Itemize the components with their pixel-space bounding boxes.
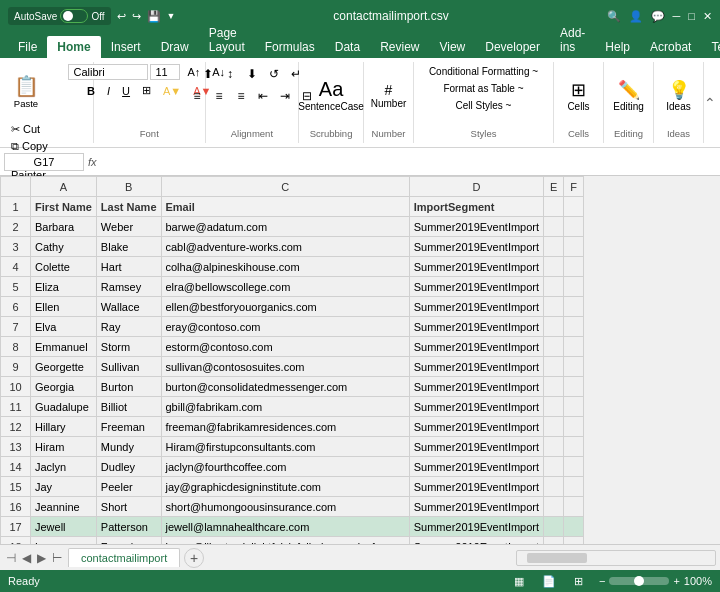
cell-10-a[interactable]: Georgia [31,377,97,397]
tab-addins[interactable]: Add-ins [550,22,595,58]
cell-17-b[interactable]: Patterson [96,517,161,537]
share-icon[interactable]: 👤 [629,10,643,23]
sheet-area[interactable]: A B C D E F 1 First Name Last Name Email… [0,176,720,544]
col-header-c[interactable]: C [161,177,409,197]
cell-6-e[interactable] [544,297,564,317]
cell-4-f[interactable] [564,257,584,277]
cell-16-c[interactable]: short@humongoousinsurance.com [161,497,409,517]
cell-1-f[interactable] [564,197,584,217]
undo-icon[interactable]: ↩ [117,10,126,23]
cell-8-d[interactable]: Summer2019EventImport [409,337,543,357]
cell-11-a[interactable]: Guadalupe [31,397,97,417]
cell-1-d[interactable]: ImportSegment [409,197,543,217]
cell-2-f[interactable] [564,217,584,237]
cell-14-b[interactable]: Dudley [96,457,161,477]
page-layout-view-button[interactable]: 📄 [539,571,559,591]
font-name-input[interactable] [68,64,148,80]
quick-access-more[interactable]: ▼ [167,11,176,21]
cell-11-f[interactable] [564,397,584,417]
cell-9-c[interactable]: sullivan@contososuites.com [161,357,409,377]
cell-15-f[interactable] [564,477,584,497]
cell-15-c[interactable]: jay@graphicdesigninstitute.com [161,477,409,497]
cell-4-d[interactable]: Summer2019EventImport [409,257,543,277]
align-right-button[interactable]: ≡ [231,86,251,106]
underline-button[interactable]: U [117,83,135,99]
cell-1-a[interactable]: First Name [31,197,97,217]
bold-button[interactable]: B [82,83,100,99]
cell-12-d[interactable]: Summer2019EventImport [409,417,543,437]
fill-color-button[interactable]: A▼ [158,83,186,99]
cell-6-b[interactable]: Wallace [96,297,161,317]
cell-12-c[interactable]: freeman@fabrikamresidences.com [161,417,409,437]
cell-5-c[interactable]: elra@bellowscollege.com [161,277,409,297]
cell-13-c[interactable]: Hiram@firstupconsultants.com [161,437,409,457]
cell-16-e[interactable] [544,497,564,517]
cell-12-e[interactable] [544,417,564,437]
cell-14-d[interactable]: Summer2019EventImport [409,457,543,477]
cell-17-c[interactable]: jewell@lamnahealthcare.com [161,517,409,537]
cell-14-e[interactable] [544,457,564,477]
cell-16-f[interactable] [564,497,584,517]
cell-13-e[interactable] [544,437,564,457]
cell-8-a[interactable]: Emmanuel [31,337,97,357]
cell-11-e[interactable] [544,397,564,417]
cell-6-d[interactable]: Summer2019EventImport [409,297,543,317]
cell-11-b[interactable]: Billiot [96,397,161,417]
cell-17-a[interactable]: Jewell [31,517,97,537]
cell-4-c[interactable]: colha@alpineskihouse.com [161,257,409,277]
maximize-button[interactable]: □ [688,10,695,22]
tab-next-button[interactable]: ▶ [35,549,48,567]
cell-10-c[interactable]: burton@consolidatedmessenger.com [161,377,409,397]
cell-15-a[interactable]: Jay [31,477,97,497]
formula-input[interactable] [101,154,716,170]
minimize-button[interactable]: ─ [673,10,681,22]
decrease-indent-button[interactable]: ⇤ [253,86,273,106]
cell-17-d[interactable]: Summer2019EventImport [409,517,543,537]
cell-13-d[interactable]: Summer2019EventImport [409,437,543,457]
cells-button[interactable]: ⊞ Cells [561,67,597,123]
cell-10-b[interactable]: Burton [96,377,161,397]
col-header-b[interactable]: B [96,177,161,197]
cell-16-d[interactable]: Summer2019EventImport [409,497,543,517]
cell-5-a[interactable]: Eliza [31,277,97,297]
normal-view-button[interactable]: ▦ [509,571,529,591]
cell-10-f[interactable] [564,377,584,397]
font-size-input[interactable] [150,64,180,80]
cell-12-f[interactable] [564,417,584,437]
cell-18-f[interactable] [564,537,584,545]
autosave-switch[interactable] [60,9,88,23]
cell-2-a[interactable]: Barbara [31,217,97,237]
cell-12-b[interactable]: Freeman [96,417,161,437]
tab-developer[interactable]: Developer [475,36,550,58]
cell-5-f[interactable] [564,277,584,297]
horizontal-scrollbar[interactable] [516,550,716,566]
cell-7-e[interactable] [544,317,564,337]
cell-9-f[interactable] [564,357,584,377]
align-left-button[interactable]: ≡ [187,86,207,106]
cell-9-b[interactable]: Sullivan [96,357,161,377]
cell-8-c[interactable]: estorm@contoso.com [161,337,409,357]
tab-first-button[interactable]: ⊣ [4,549,18,567]
cell-18-b[interactable]: Ferrari [96,537,161,545]
cell-1-c[interactable]: Email [161,197,409,217]
tab-insert[interactable]: Insert [101,36,151,58]
autosave-toggle-area[interactable]: AutoSave Off [8,7,111,25]
cell-14-f[interactable] [564,457,584,477]
cell-7-a[interactable]: Elva [31,317,97,337]
cell-3-d[interactable]: Summer2019EventImport [409,237,543,257]
cell-styles-button[interactable]: Cell Styles ~ [450,98,518,113]
cell-15-d[interactable]: Summer2019EventImport [409,477,543,497]
zoom-out-button[interactable]: − [599,575,605,587]
cell-5-e[interactable] [544,277,564,297]
cell-8-b[interactable]: Storm [96,337,161,357]
cell-14-c[interactable]: jaclyn@fourthcoffee.com [161,457,409,477]
cell-13-f[interactable] [564,437,584,457]
cell-3-f[interactable] [564,237,584,257]
cell-18-c[interactable]: lamar@libertysdelightfulsinfulbakeryandc… [161,537,409,545]
cell-11-d[interactable]: Summer2019EventImport [409,397,543,417]
cell-9-a[interactable]: Georgette [31,357,97,377]
tab-help[interactable]: Help [595,36,640,58]
col-header-e[interactable]: E [544,177,564,197]
cell-12-a[interactable]: Hillary [31,417,97,437]
cell-8-e[interactable] [544,337,564,357]
